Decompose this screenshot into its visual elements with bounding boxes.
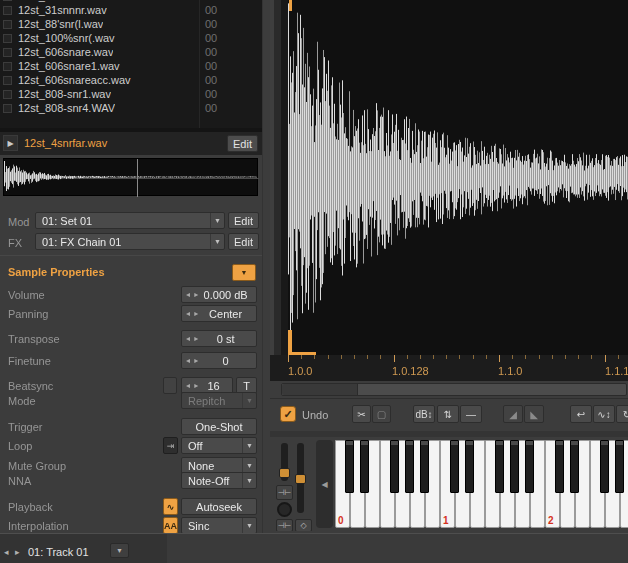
file-checkbox[interactable] bbox=[3, 48, 12, 57]
finetune-spinner[interactable]: ◂ ▸ 0 bbox=[181, 352, 257, 369]
track-dropdown-button[interactable]: ▼ bbox=[110, 543, 129, 558]
black-key[interactable] bbox=[495, 440, 504, 493]
mod-options-button[interactable]: ◇ bbox=[295, 519, 312, 531]
black-key[interactable] bbox=[600, 440, 609, 493]
sample-start-marker-top[interactable] bbox=[289, 0, 292, 11]
dropdown-value: None bbox=[182, 460, 242, 472]
track-selector[interactable]: ◂ ▸ 01: Track 01 ▼ bbox=[0, 534, 167, 563]
file-checkbox[interactable] bbox=[3, 0, 12, 1]
fx-dropdown[interactable]: 01: FX Chain 01 ▼ bbox=[35, 233, 225, 250]
file-row[interactable]: 12st_31snnnr.wav 00 bbox=[0, 3, 262, 17]
sample-preview-waveform[interactable] bbox=[3, 158, 258, 196]
property-label: Interpolation bbox=[8, 520, 69, 532]
interpolation-dropdown[interactable]: Sinc ▼ bbox=[181, 517, 257, 534]
reverse-button[interactable]: ↩ bbox=[570, 405, 592, 423]
nna-dropdown[interactable]: Note-Off ▼ bbox=[181, 472, 257, 489]
black-key[interactable] bbox=[360, 440, 369, 493]
mod-wheel-knob[interactable] bbox=[277, 502, 292, 517]
interpolation-quality-button[interactable]: AA bbox=[163, 517, 178, 534]
black-key[interactable] bbox=[390, 440, 399, 493]
loop-mode-button[interactable]: ⇥ bbox=[163, 437, 178, 454]
waveform-display[interactable] bbox=[288, 0, 628, 355]
undo-checkbox[interactable]: ✓ bbox=[280, 406, 296, 422]
velocity-slider-handle[interactable] bbox=[279, 468, 290, 478]
file-checkbox[interactable] bbox=[3, 90, 12, 99]
cut-button[interactable]: ✂ bbox=[352, 405, 371, 423]
file-row[interactable]: 12st_808-snr1.wav 00 bbox=[0, 87, 262, 101]
black-key[interactable] bbox=[405, 440, 414, 493]
track-prev-next-icons[interactable]: ◂ ▸ bbox=[4, 547, 22, 557]
file-row[interactable]: 12st_808-snr4.WAV 00 bbox=[0, 101, 262, 115]
file-checkbox[interactable] bbox=[3, 76, 12, 85]
file-checkbox[interactable] bbox=[3, 6, 12, 15]
sample-edit-button[interactable]: Edit bbox=[227, 135, 258, 152]
fade-in-button[interactable]: ◢ bbox=[503, 405, 523, 423]
pitch-reset-button[interactable]: ⊣⊢ bbox=[276, 519, 293, 531]
mod-dropdown[interactable]: 01: Set 01 ▼ bbox=[35, 212, 225, 229]
black-key[interactable] bbox=[450, 440, 459, 493]
fade-out-button[interactable]: ◣ bbox=[524, 405, 544, 423]
stretch-button[interactable]: ∿↕ bbox=[593, 405, 615, 423]
volume-spinner[interactable]: ◂ ▸ 0.000 dB bbox=[181, 286, 257, 303]
black-key[interactable] bbox=[525, 440, 534, 493]
gain-button[interactable]: dB↕ bbox=[413, 405, 435, 423]
ruler-tick bbox=[380, 355, 381, 359]
spinner-arrows-icon[interactable]: ◂ ▸ bbox=[182, 381, 199, 390]
autoseek-button[interactable]: Autoseek bbox=[181, 498, 257, 515]
horizontal-scrollbar-thumb[interactable] bbox=[282, 384, 358, 395]
remove-dc-button[interactable]: — bbox=[460, 405, 482, 423]
file-row[interactable]: 12st_606snare1.wav 00 bbox=[0, 59, 262, 73]
file-row[interactable]: 12st_88'snr(l.wav 00 bbox=[0, 17, 262, 31]
edit-toolbar: ✓ Undo ✂▢dB↕⇅—◢◣↩∿↕↻ bbox=[270, 398, 628, 431]
spinner-arrows-icon[interactable]: ◂ ▸ bbox=[182, 309, 199, 318]
file-checkbox[interactable] bbox=[3, 62, 12, 71]
sample-file-list[interactable]: 12st_30snr.wav 00 12st_31snnnr.wav 00 12… bbox=[0, 0, 262, 128]
property-label: NNA bbox=[8, 475, 31, 487]
stretch-icon: ∿↕ bbox=[597, 409, 610, 420]
pitch-slider-handle[interactable] bbox=[295, 474, 306, 484]
beatsync-enable-box[interactable] bbox=[163, 377, 177, 394]
ruler-label: 1.1.1 bbox=[605, 365, 628, 377]
file-checkbox[interactable] bbox=[3, 104, 12, 113]
playback-mode-button[interactable]: ∿ bbox=[163, 498, 178, 515]
beat-ruler[interactable]: 1.0.01.0.1281.1.01.1.1 bbox=[270, 355, 628, 381]
loop-icon: ⇥ bbox=[167, 441, 175, 451]
vertical-scrollbar[interactable] bbox=[270, 0, 288, 381]
more-button[interactable]: ↻ bbox=[616, 405, 628, 423]
mod-edit-button[interactable]: Edit bbox=[228, 212, 259, 229]
crop-button[interactable]: ▢ bbox=[372, 405, 391, 423]
panning-spinner[interactable]: ◂ ▸ Center bbox=[181, 305, 257, 322]
fx-edit-button[interactable]: Edit bbox=[228, 233, 259, 250]
trigger-one-shot-button[interactable]: One-Shot bbox=[181, 418, 257, 435]
black-key[interactable] bbox=[420, 440, 429, 493]
file-row[interactable]: 12st_100%snr(.wav 00 bbox=[0, 31, 262, 45]
file-row[interactable]: 12st_606snare.wav 00 bbox=[0, 45, 262, 59]
horizontal-scrollbar-track[interactable] bbox=[281, 383, 627, 396]
file-name: 12st_606snare1.wav bbox=[18, 60, 120, 72]
spinner-value: 16 bbox=[199, 380, 232, 392]
file-checkbox[interactable] bbox=[3, 34, 12, 43]
ruler-label: 1.1.0 bbox=[498, 365, 522, 377]
play-sample-button[interactable]: ▶ bbox=[3, 135, 18, 151]
file-row[interactable]: 12st_606snareacc.wav 00 bbox=[0, 73, 262, 87]
chevron-down-icon: ▼ bbox=[242, 393, 256, 408]
black-key[interactable] bbox=[615, 440, 624, 493]
normalize-button[interactable]: ⇅ bbox=[437, 405, 459, 423]
spinner-arrows-icon[interactable]: ◂ ▸ bbox=[182, 356, 199, 365]
pitch-bend-button[interactable]: ⊣⊢ bbox=[276, 485, 293, 500]
file-checkbox[interactable] bbox=[3, 20, 12, 29]
black-key[interactable] bbox=[570, 440, 579, 493]
piano-keyboard[interactable]: 012 bbox=[335, 440, 628, 528]
black-key[interactable] bbox=[465, 440, 474, 493]
octave-label: 0 bbox=[338, 515, 344, 526]
loop-dropdown[interactable]: Off ▼ bbox=[181, 437, 257, 454]
spinner-arrows-icon[interactable]: ◂ ▸ bbox=[182, 290, 199, 299]
waveform-icon: ∿ bbox=[167, 502, 175, 512]
black-key[interactable] bbox=[555, 440, 564, 493]
properties-section-dropdown-button[interactable]: ▼ bbox=[232, 264, 256, 281]
black-key[interactable] bbox=[510, 440, 519, 493]
keyboard-scroll-bar[interactable]: ◀ bbox=[316, 440, 333, 528]
black-key[interactable] bbox=[345, 440, 354, 493]
spinner-arrows-icon[interactable]: ◂ ▸ bbox=[182, 334, 199, 343]
transpose-spinner[interactable]: ◂ ▸ 0 st bbox=[181, 330, 257, 347]
